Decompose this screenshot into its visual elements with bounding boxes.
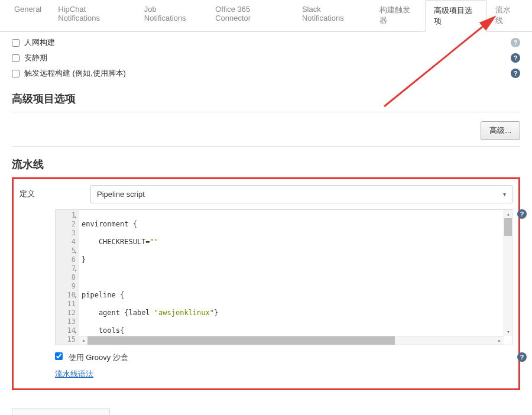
- tab-advanced-options[interactable]: 高级项目选项: [425, 0, 488, 32]
- chevron-down-icon: ▾: [503, 191, 506, 197]
- script-label: 脚本: [20, 209, 55, 345]
- editor-gutter: 1▾ 2 3 4 5▾ 6 7▾ 8 9 10▾ 11 12 13 14▾: [56, 210, 79, 345]
- definition-value: Pipeline script: [97, 190, 145, 199]
- tab-slack[interactable]: Slack Notifications: [294, 0, 371, 31]
- footer-buttons: 保存 应用: [12, 408, 110, 415]
- highlight-box: 定义 Pipeline script ▾ 脚本 ? 1▾ 2 3 4 5: [12, 177, 520, 390]
- help-icon[interactable]: ?: [511, 69, 520, 78]
- tab-build-triggers[interactable]: 构建触发器: [371, 0, 425, 31]
- divider: [12, 146, 520, 147]
- advanced-button[interactable]: 高级...: [481, 121, 520, 140]
- checkbox-label: 安静期: [24, 53, 47, 63]
- help-icon[interactable]: ?: [517, 209, 527, 219]
- checkbox-opt1[interactable]: [12, 39, 20, 47]
- pipeline-syntax-link[interactable]: 流水线语法: [55, 369, 93, 378]
- tab-office365[interactable]: Office 365 Connector: [207, 0, 294, 31]
- tab-hipchat[interactable]: HipChat Notifications: [50, 0, 136, 31]
- scroll-right-icon[interactable]: ▸: [495, 336, 504, 345]
- editor-code[interactable]: environment { CHECKRESULT="" } pipeline …: [79, 210, 512, 345]
- definition-label: 定义: [20, 185, 90, 199]
- checkbox-label: 人网构建: [24, 37, 55, 48]
- scroll-thumb[interactable]: [87, 336, 395, 345]
- tab-general[interactable]: General: [6, 0, 50, 31]
- help-icon[interactable]: ?: [511, 38, 520, 47]
- horizontal-scrollbar[interactable]: ◂ ▸: [79, 336, 504, 345]
- checkbox-row-1: 人网构建 ?: [12, 35, 520, 50]
- sandbox-label: 使用 Groovy 沙盒: [69, 353, 128, 362]
- scroll-thumb[interactable]: [504, 218, 512, 236]
- definition-select[interactable]: Pipeline script ▾: [90, 185, 512, 203]
- help-icon[interactable]: ?: [511, 53, 520, 63]
- checkbox-remote[interactable]: [12, 70, 20, 77]
- scroll-up-icon[interactable]: ▴: [504, 210, 512, 218]
- scroll-down-icon[interactable]: ▾: [504, 328, 512, 336]
- scroll-left-icon[interactable]: ◂: [79, 336, 87, 345]
- checkbox-label: 触发远程构建 (例如,使用脚本): [24, 68, 126, 79]
- config-tabs: General HipChat Notifications Job Notifi…: [0, 0, 532, 32]
- checkbox-row-remote: 触发远程构建 (例如,使用脚本) ?: [12, 66, 520, 81]
- script-editor[interactable]: 1▾ 2 3 4 5▾ 6 7▾ 8 9 10▾ 11 12 13 14▾: [55, 209, 512, 345]
- help-icon[interactable]: ?: [517, 352, 527, 362]
- checkbox-quiet[interactable]: [12, 54, 20, 62]
- checkbox-row-quiet: 安静期 ?: [12, 50, 520, 66]
- vertical-scrollbar[interactable]: ▴ ▾: [504, 210, 512, 336]
- divider: [12, 112, 520, 112]
- tab-job-notifications[interactable]: Job Notifications: [136, 0, 207, 31]
- section-title-pipeline: 流水线: [12, 157, 520, 171]
- section-title-advanced: 高级项目选项: [12, 92, 520, 106]
- sandbox-checkbox[interactable]: [55, 352, 63, 360]
- tab-pipeline[interactable]: 流水线: [487, 0, 526, 31]
